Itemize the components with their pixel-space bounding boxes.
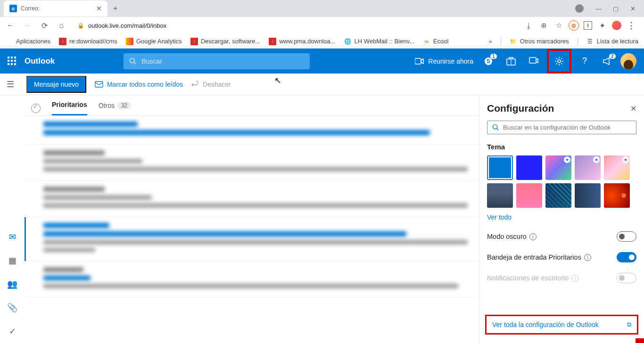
info-icon[interactable]: i — [571, 275, 578, 282]
hamburger-icon[interactable]: ☰ — [7, 79, 18, 90]
theme-option[interactable] — [487, 183, 513, 208]
list-icon: ☰ — [586, 38, 594, 45]
files-rail-icon[interactable]: 📎 — [7, 302, 17, 313]
theme-option[interactable] — [604, 183, 630, 208]
mail-item[interactable] — [25, 145, 479, 181]
theme-section-title: Tema — [487, 143, 636, 151]
bookmark-overflow-icon[interactable]: » — [489, 38, 492, 45]
chat-button[interactable] — [524, 52, 543, 71]
search-input[interactable] — [141, 57, 304, 65]
dark-mode-toggle[interactable] — [617, 231, 636, 242]
bookmark-redownload[interactable]: ↓re:download//cms — [59, 38, 117, 45]
focused-inbox-toggle[interactable] — [617, 252, 636, 262]
url-field[interactable]: 🔒 outlook.live.com/mail/0/inbox — [72, 19, 516, 32]
new-message-button[interactable]: Mensaje nuevo — [26, 76, 86, 93]
mail-item[interactable] — [25, 261, 479, 298]
bookmark-apps[interactable]: Aplicaciones — [6, 38, 50, 45]
focused-tab[interactable]: Prioritarios — [52, 101, 87, 115]
window-controls: — ▢ ✕ — [575, 2, 644, 15]
browser-tab[interactable]: o Correo: ✕ — [4, 0, 107, 16]
svg-line-1 — [134, 62, 136, 64]
extension-brave-icon[interactable]: ◎ — [569, 20, 579, 31]
mail-rail-icon[interactable]: ✉ — [9, 232, 16, 242]
info-icon[interactable]: i — [584, 254, 591, 261]
settings-button[interactable] — [547, 49, 571, 74]
bookmark-lh[interactable]: 🌐LH WebMail :: Bienv... — [344, 38, 414, 45]
theme-option[interactable] — [487, 155, 513, 180]
new-tab-button[interactable]: + — [113, 4, 117, 13]
outlook-logo[interactable]: Outlook — [25, 57, 55, 66]
svg-point-9 — [558, 60, 561, 63]
home-icon[interactable]: ⌂ — [55, 19, 68, 32]
mail-item[interactable] — [25, 116, 479, 145]
mark-read-button[interactable]: Marcar todos como leídos — [95, 81, 183, 88]
people-rail-icon[interactable]: 👥 — [7, 279, 17, 289]
settings-search[interactable] — [487, 121, 636, 134]
bookmark-pma[interactable]: ↓www.pma.downloa... — [269, 38, 335, 45]
select-all-icon[interactable] — [31, 104, 41, 113]
camera-icon — [415, 58, 424, 65]
extension-i-icon[interactable]: I — [584, 21, 592, 30]
outlook-header: Outlook Reunirse ahora S1 ? 2 — [0, 49, 644, 74]
search-box[interactable] — [124, 53, 310, 69]
minimize-icon[interactable]: — — [591, 2, 606, 15]
maximize-icon[interactable]: ▢ — [608, 2, 623, 15]
gear-icon — [554, 57, 564, 66]
annotation-marker — [636, 338, 644, 343]
star-icon[interactable]: ☆ — [553, 20, 564, 31]
menu-dots-icon[interactable]: ⋮ — [626, 20, 636, 31]
address-bar: ← → ⟳ ⌂ 🔒 outlook.live.com/mail/0/inbox … — [0, 17, 644, 34]
theme-option[interactable] — [516, 155, 542, 180]
skype-button[interactable]: S1 — [479, 52, 498, 71]
premium-star-icon: ★ — [593, 156, 600, 163]
info-icon[interactable]: i — [529, 233, 537, 240]
theme-option[interactable] — [545, 183, 571, 208]
app-launcher-icon[interactable] — [8, 57, 17, 66]
reload-icon[interactable]: ⟳ — [38, 19, 51, 32]
theme-option[interactable]: ★ — [545, 155, 571, 180]
red-icon: ↓ — [59, 38, 66, 45]
close-panel-icon[interactable]: ✕ — [630, 104, 636, 113]
profile-avatar-icon[interactable] — [612, 21, 621, 30]
mail-item[interactable] — [25, 181, 479, 217]
close-tab-icon[interactable]: ✕ — [96, 5, 102, 12]
back-icon[interactable]: ← — [4, 19, 17, 32]
bookmark-other[interactable]: 📁Otros marcadores — [510, 38, 569, 45]
desktop-notif-row: Notificaciones de escritorioi — [487, 273, 636, 283]
header-icons: Reunirse ahora S1 ? 2 — [413, 49, 636, 74]
svg-point-0 — [130, 58, 135, 63]
bookmark-reading[interactable]: ☰Lista de lectura — [586, 38, 638, 45]
extensions-icon[interactable]: ✦ — [597, 20, 607, 31]
svg-rect-8 — [529, 57, 536, 63]
settings-search-input[interactable] — [503, 124, 631, 131]
bookmark-descargar[interactable]: ↓Descargar, software... — [190, 38, 260, 45]
calendar-rail-icon[interactable]: ▦ — [8, 255, 17, 266]
user-avatar[interactable] — [620, 53, 636, 69]
theme-option[interactable] — [516, 183, 542, 208]
bookmark-ecool[interactable]: ∞Ecool — [423, 38, 449, 45]
todo-rail-icon[interactable]: ✓ — [9, 326, 16, 336]
view-all-settings-button[interactable]: Ver toda la configuración de Outlook ⧉ — [485, 315, 638, 335]
meet-now-button[interactable]: Reunirse ahora — [413, 52, 475, 71]
theme-option[interactable] — [575, 183, 601, 208]
briefcase-button[interactable] — [502, 52, 520, 71]
help-button[interactable]: ? — [575, 52, 594, 71]
account-circle-icon[interactable] — [575, 4, 584, 13]
other-tab[interactable]: Otros32 — [99, 102, 132, 115]
globe-icon: 🌐 — [344, 38, 351, 45]
search-icon — [129, 57, 137, 65]
bookmark-ga[interactable]: Google Analytics — [126, 38, 182, 45]
search-icon — [492, 124, 499, 131]
theme-option[interactable]: ★ — [575, 155, 601, 180]
view-all-themes-link[interactable]: Ver todo — [487, 213, 636, 221]
zoom-icon[interactable]: ⊕ — [538, 20, 549, 31]
mail-list[interactable] — [25, 116, 479, 343]
desktop-notif-toggle[interactable] — [617, 273, 636, 283]
focused-inbox-row: Bandeja de entrada Prioritariosi — [487, 252, 636, 262]
mail-item[interactable] — [25, 217, 479, 261]
theme-option[interactable]: ★ — [604, 155, 630, 180]
megaphone-button[interactable]: 2 — [598, 52, 617, 71]
close-window-icon[interactable]: ✕ — [625, 2, 640, 15]
red-icon: ↓ — [190, 38, 198, 45]
install-icon[interactable]: ⭳ — [523, 20, 534, 31]
